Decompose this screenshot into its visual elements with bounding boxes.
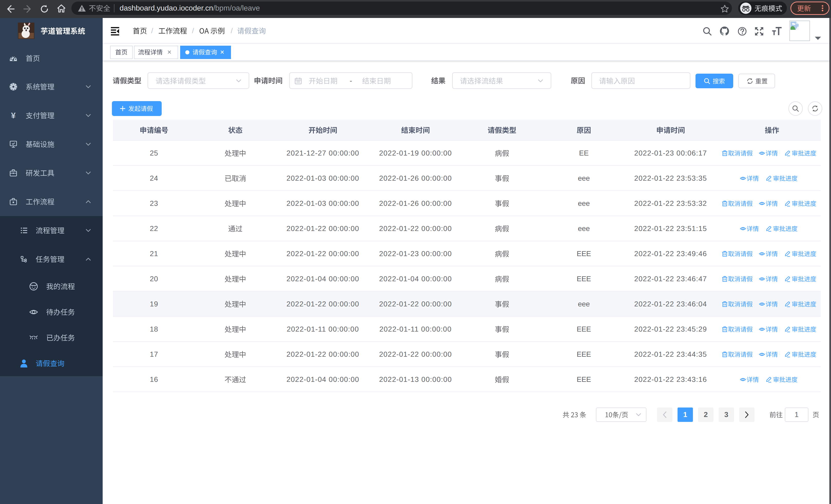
svg-text:¥: ¥ (11, 112, 16, 120)
